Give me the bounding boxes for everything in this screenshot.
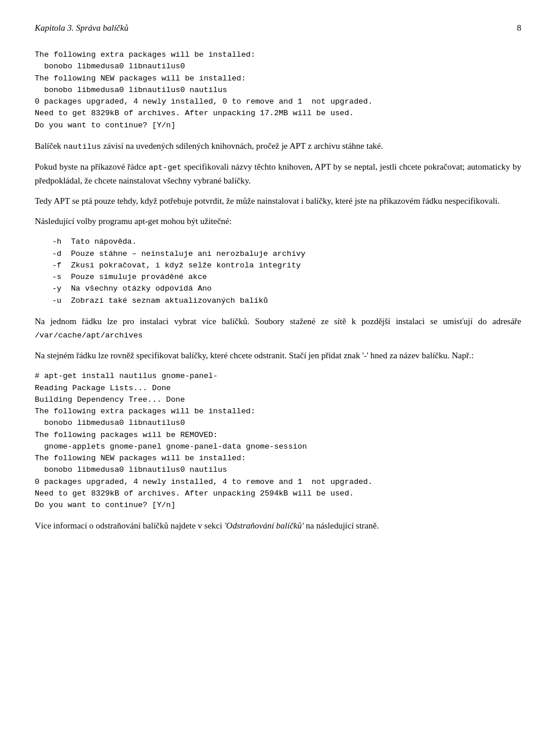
page-header: Kapitola 3. Správa balíčků 8 <box>35 23 521 33</box>
code-text-2: -h Tato nápověda. -d Pouze stáhne – nein… <box>52 236 521 307</box>
paragraph-1: Balíček nautilus závisí na uvedených sdí… <box>35 140 521 153</box>
para7-text: Více informací o odstraňování balíčků na… <box>35 521 379 530</box>
paragraph-4: Následující volby programu apt-get mohou… <box>35 215 521 228</box>
page-number: 8 <box>517 23 522 33</box>
code-text-3: # apt-get install nautilus gnome-panel- … <box>35 370 521 511</box>
para1-code: nautilus <box>64 142 101 151</box>
code-text-1: The following extra packages will be ins… <box>35 49 521 131</box>
para1-before: Balíček <box>35 141 64 151</box>
para1-after: závisí na uvedených sdílených knihovnách… <box>101 141 383 151</box>
para5-code: /var/cache/apt/archives <box>35 331 142 340</box>
para2-code: apt-get <box>149 163 182 172</box>
paragraph-5: Na jednom řádku lze pro instalaci vybrat… <box>35 315 521 342</box>
code-block-2: -h Tato nápověda. -d Pouze stáhne – nein… <box>52 236 521 307</box>
para6-text: Na stejném řádku lze rovněž specifikovat… <box>35 351 474 360</box>
paragraph-7: Více informací o odstraňování balíčků na… <box>35 519 521 533</box>
code-block-3: # apt-get install nautilus gnome-panel- … <box>35 370 521 511</box>
code-block-1: The following extra packages will be ins… <box>35 49 521 131</box>
para5-before: Na jednom řádku lze pro instalaci vybrat… <box>35 317 521 326</box>
para2-before: Pokud byste na příkazové řádce <box>35 162 149 171</box>
paragraph-6: Na stejném řádku lze rovněž specifikovat… <box>35 349 521 362</box>
paragraph-2: Pokud byste na příkazové řádce apt-get s… <box>35 160 521 188</box>
paragraph-3: Tedy APT se ptá pouze tehdy, když potřeb… <box>35 194 521 208</box>
chapter-title: Kapitola 3. Správa balíčků <box>35 23 129 33</box>
